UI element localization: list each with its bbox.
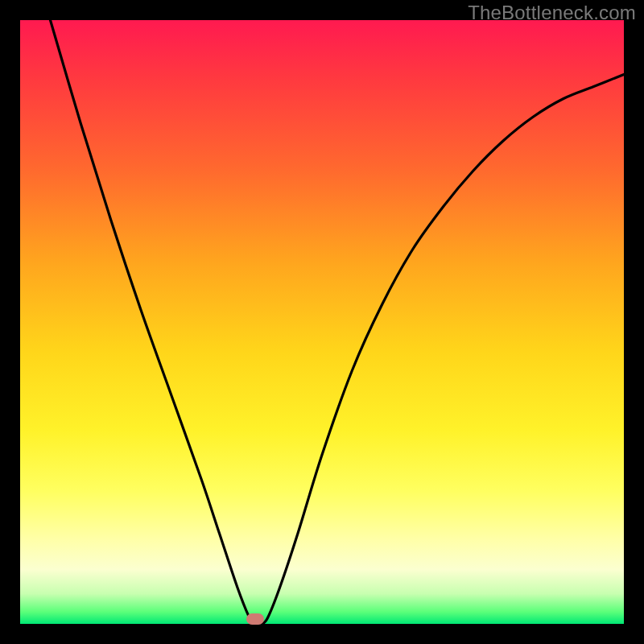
optimal-marker (246, 613, 264, 625)
chart-frame: TheBottleneck.com (0, 0, 644, 644)
plot-area (20, 20, 624, 624)
watermark-text: TheBottleneck.com (468, 2, 636, 24)
bottleneck-curve (20, 20, 624, 624)
